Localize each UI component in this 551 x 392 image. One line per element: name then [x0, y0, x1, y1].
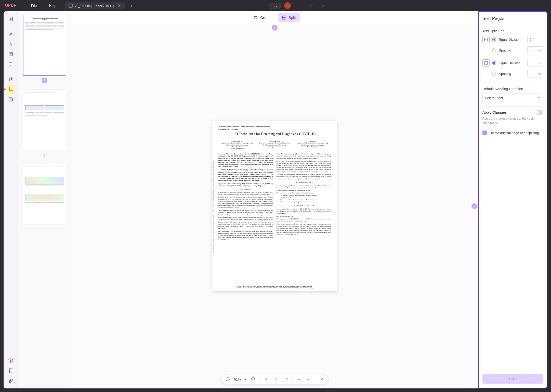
user-avatar[interactable]: B	[284, 2, 291, 9]
titlebar: UPDF | File Help AI_Techniqu...OVID-19 (…	[0, 0, 331, 11]
main-frame: AI Techniques for Detecting and Diagnosi…	[4, 11, 331, 235]
svg-rect-5	[9, 77, 11, 80]
split-icon	[282, 15, 286, 20]
view-toolbar: Crop Split	[71, 11, 331, 24]
tool-highlighter[interactable]	[6, 29, 15, 38]
svg-rect-1	[9, 42, 12, 46]
add-split-top[interactable]: +	[272, 25, 278, 31]
svg-rect-3	[9, 62, 12, 66]
chevron-down-icon: ⌄	[275, 4, 278, 8]
document-tab[interactable]: AI_Techniqu...OVID-19 (1) ✕	[65, 2, 124, 9]
add-tab-button[interactable]: ＋	[129, 3, 134, 9]
thumbnail-page-1[interactable]: AI Techniques for Detecting and Diagnosi…	[23, 15, 66, 76]
menu-file[interactable]: File	[25, 4, 43, 8]
crop-icon	[254, 15, 258, 20]
crop-mode-button[interactable]: Crop	[250, 13, 273, 22]
svg-rect-4	[9, 78, 12, 81]
tool-crop-split[interactable]	[6, 85, 15, 94]
maximize-button[interactable]: ▢	[306, 2, 317, 10]
svg-rect-0	[9, 17, 12, 21]
thumbnail-number-1: 1	[42, 78, 47, 83]
document-viewer: Crop Split + + 2022 International Confer…	[71, 11, 331, 235]
close-window-button[interactable]: ✕	[318, 2, 329, 10]
tab-title: AI_Techniqu...OVID-19 (1)	[75, 4, 114, 8]
tool-copy[interactable]	[6, 74, 15, 84]
svg-rect-2	[9, 52, 12, 56]
watermark-text: 2022 International Conference for Advanc…	[212, 161, 214, 235]
tool-organize[interactable]	[6, 60, 15, 69]
app-logo: UPDF	[0, 3, 21, 8]
thumbnail-number-2: 2	[42, 152, 47, 157]
separator: |	[21, 3, 22, 8]
tool-reader[interactable]	[6, 14, 15, 23]
minimize-button[interactable]: —	[294, 2, 305, 10]
paper-title: AI Techniques for Detecting and Diagnosi…	[218, 132, 331, 137]
split-mode-button[interactable]: Split	[278, 13, 300, 22]
document-count[interactable]: 1 ⌄	[269, 3, 281, 9]
tool-form[interactable]	[6, 49, 15, 59]
thumbnail-page-3[interactable]: Lorem ipsum dolor sit amet consectetur a…	[23, 164, 66, 225]
menu-help[interactable]: Help	[43, 4, 62, 8]
document-icon	[69, 4, 73, 8]
page-area[interactable]: + + 2022 International Conference for Ad…	[71, 24, 331, 235]
tool-edit[interactable]	[6, 39, 15, 48]
close-tab-icon[interactable]: ✕	[118, 3, 121, 8]
thumbnail-panel: AI Techniques for Detecting and Diagnosi…	[18, 11, 71, 235]
left-toolbar	[4, 11, 18, 235]
thumbnail-page-2[interactable]: Lorem ipsum dolor sit amet consectetur a…	[23, 89, 66, 150]
pdf-page: 2022 International Conference for Advanc…	[212, 121, 331, 235]
tool-redact[interactable]	[6, 95, 15, 104]
